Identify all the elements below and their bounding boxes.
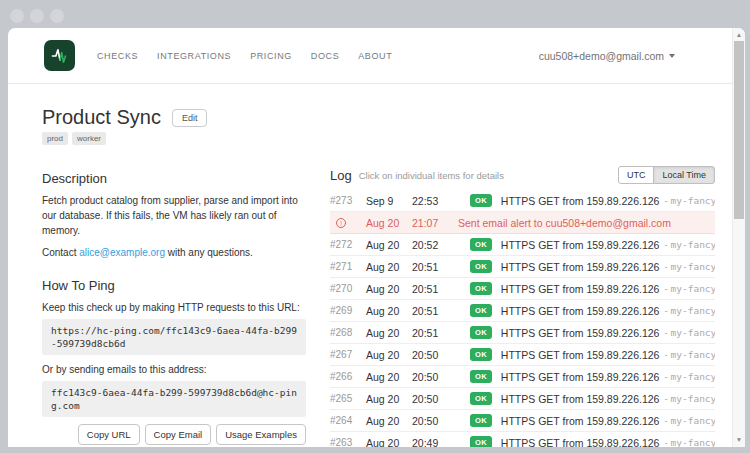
ping-action-button[interactable]: Usage Examples [216,424,306,445]
time-cell: 20:51 [412,327,452,339]
window-control-dot [50,9,64,23]
nav-link[interactable]: DOCS [311,51,339,61]
ping-number-cell: #268 [330,327,366,338]
slug-text: my-fancy-sy… [671,283,715,294]
email-ping-label: Or by sending emails to this address: [42,362,306,377]
ping-number-cell: #266 [330,371,366,382]
utc-button[interactable]: UTC [618,166,655,184]
time-cell: 20:50 [412,371,452,383]
ping-number-cell: #272 [330,239,366,250]
ok-badge: OK [470,238,492,251]
log-subheading: Click on individual items for details [359,170,504,181]
log-row[interactable]: #264 Aug 20 20:50 OK HTTPS GET from 159.… [330,410,715,432]
alert-message: Sent email alert to cuu508+demo@gmail.co… [458,217,671,229]
event-text: HTTPS GET from 159.89.226.126 [501,239,660,251]
event-text: HTTPS GET from 159.89.226.126 [501,283,660,295]
contact-suffix: with any questions. [165,247,253,258]
ok-badge: OK [470,370,492,383]
time-cell: 20:50 [412,415,452,427]
account-menu[interactable]: cuu508+demo@gmail.com [539,50,675,62]
log-row[interactable]: #266 Aug 20 20:50 OK HTTPS GET from 159.… [330,366,715,388]
ping-email-code: ffc143c9-6aea-44fa-b299-599739d8cb6d@hc-… [42,381,306,417]
slug-separator: - [664,195,667,206]
slug-text: my-fancy-sy… [671,261,715,272]
pulse-icon [49,45,71,67]
slug-separator: - [664,327,667,338]
date-cell: Aug 20 [366,415,412,427]
slug-cell: - my-fancy-sy… [664,371,715,382]
event-text: HTTPS GET from 159.89.226.126 [501,437,660,448]
scrollbar-thumb[interactable] [734,41,744,219]
log-row[interactable]: #269 Aug 20 20:51 OK HTTPS GET from 159.… [330,300,715,322]
ok-badge: OK [470,260,492,273]
slug-cell: - my-fancy-sy… [664,261,715,272]
time-cell: 22:53 [412,195,452,207]
chevron-down-icon [669,54,675,58]
ping-action-button[interactable]: Copy URL [78,424,140,445]
description-text: Fetch product catalog from supplier, par… [42,193,306,238]
nav-link[interactable]: PRICING [250,51,292,61]
log-row[interactable]: #271 Aug 20 20:51 OK HTTPS GET from 159.… [330,256,715,278]
nav-link[interactable]: ABOUT [358,51,392,61]
edit-button[interactable]: Edit [172,109,208,127]
nav-link[interactable]: INTEGRATIONS [157,51,231,61]
account-email: cuu508+demo@gmail.com [539,50,664,62]
ping-url-code: https://hc-ping.com/ffc143c9-6aea-44fa-b… [42,319,306,355]
date-cell: Aug 20 [366,437,412,448]
ping-number: #268 [330,327,352,338]
slug-cell: - my-fancy-sy… [664,349,715,360]
local-time-button[interactable]: Local Time [653,166,715,184]
time-cell: 20:51 [412,305,452,317]
time-cell: 20:50 [412,393,452,405]
time-cell: 20:49 [412,437,452,448]
ok-badge: OK [470,348,492,361]
log-row[interactable]: ! Aug 20 21:07 - Sent email alert to cuu… [330,212,715,234]
app-logo[interactable] [44,40,75,71]
slug-text: my-fancy-sy… [671,239,715,250]
log-row[interactable]: #263 Aug 20 20:49 OK HTTPS GET from 159.… [330,432,715,447]
ping-number: #266 [330,371,352,382]
slug-cell: - my-fancy-sy… [664,239,715,250]
slug-text: my-fancy-sy… [671,305,715,316]
nav-links: CHECKSINTEGRATIONSPRICINGDOCSABOUT [97,51,392,61]
slug-text: my-fancy-sy… [671,327,715,338]
slug-cell: - my-fancy-sy… [664,283,715,294]
ping-number-cell: #269 [330,305,366,316]
date-cell: Aug 20 [366,239,412,251]
log-section: Log Click on individual items for detail… [330,166,715,447]
scroll-up-arrow[interactable]: ▲ [733,29,745,41]
log-heading: Log [330,168,352,183]
slug-text: my-fancy-sy… [671,393,715,404]
slug-cell: - my-fancy-sy… [664,393,715,404]
page-title: Product Sync [42,106,161,129]
ok-badge: OK [470,194,492,207]
nav-link[interactable]: CHECKS [97,51,138,61]
scroll-down-arrow[interactable]: ▼ [733,434,745,446]
scrollbar[interactable]: ▲ ▼ [732,28,745,447]
ping-number: #265 [330,393,352,404]
main-content: Product Sync Edit prodworker Description… [8,84,745,447]
ok-badge: OK [470,304,492,317]
ping-action-button[interactable]: Copy Email [145,424,212,445]
ping-number-cell: #271 [330,261,366,272]
description-heading: Description [42,171,306,186]
log-row[interactable]: #272 Aug 20 20:52 OK HTTPS GET from 159.… [330,234,715,256]
log-row[interactable]: #265 Aug 20 20:50 OK HTTPS GET from 159.… [330,388,715,410]
slug-separator: - [664,415,667,426]
log-row[interactable]: #270 Aug 20 20:51 OK HTTPS GET from 159.… [330,278,715,300]
event-text: HTTPS GET from 159.89.226.126 [501,371,660,383]
date-cell: Aug 20 [366,371,412,383]
tag-list: prodworker [42,132,306,145]
contact-email-link[interactable]: alice@example.org [79,247,165,258]
ping-number-cell: #267 [330,349,366,360]
http-ping-label: Keep this check up by making HTTP reques… [42,300,306,315]
slug-separator: - [664,437,667,447]
log-row[interactable]: #273 Sep 9 22:53 OK HTTPS GET from 159.8… [330,190,715,212]
alert-icon: ! [336,218,346,228]
log-row[interactable]: #267 Aug 20 20:50 OK HTTPS GET from 159.… [330,344,715,366]
event-text: HTTPS GET from 159.89.226.126 [501,393,660,405]
date-cell: Aug 20 [366,261,412,273]
contact-prefix: Contact [42,247,79,258]
log-row[interactable]: #268 Aug 20 20:51 OK HTTPS GET from 159.… [330,322,715,344]
date-cell: Aug 20 [366,393,412,405]
